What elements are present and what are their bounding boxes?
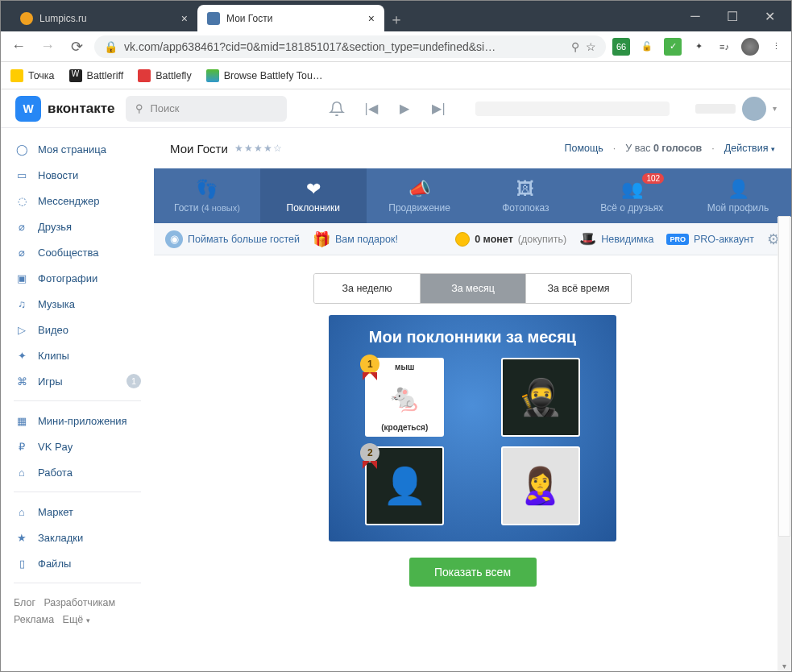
catch-guests-link[interactable]: ◉ Поймать больше гостей <box>165 230 300 248</box>
coins-link[interactable]: 0 монет (докупить) <box>455 232 566 247</box>
nav-label: Мессенджер <box>38 195 99 207</box>
favicon-icon <box>207 12 220 25</box>
nav-label: Файлы <box>38 558 71 570</box>
sidebar-item-other-2[interactable]: ▯Файлы <box>6 550 149 576</box>
nav-label: Маркет <box>38 506 73 518</box>
browser-tab-lumpics[interactable]: Lumpics.ru × <box>10 5 197 31</box>
user-menu[interactable]: ▾ <box>695 97 777 121</box>
period-btn-0[interactable]: За неделю <box>314 274 420 303</box>
back-button[interactable]: ← <box>7 35 30 58</box>
tab-icon: 👥 <box>621 178 643 201</box>
ext-icon[interactable]: 🔓 <box>638 38 656 56</box>
reload-button[interactable]: ⟳ <box>65 35 88 58</box>
nav-label: VK Pay <box>38 441 73 453</box>
scroll-thumb[interactable] <box>779 217 790 536</box>
sidebar-item-other-0[interactable]: ⌂Маркет <box>6 499 149 525</box>
browser-tab-guests[interactable]: Мои Гости × <box>197 5 384 31</box>
sidebar-item-main-2[interactable]: ◌Мессенджер <box>6 188 149 214</box>
sidebar-item-apps-1[interactable]: ₽VK Pay <box>6 433 149 459</box>
bookmark-label: Browse Battlefy Tou… <box>224 70 323 81</box>
actions-menu[interactable]: Действия ▾ <box>724 143 775 154</box>
extensions-icon[interactable]: ✦ <box>690 38 707 56</box>
nav-icon: ▣ <box>14 270 30 286</box>
footer-link[interactable]: Разработчикам <box>44 597 115 608</box>
help-link[interactable]: Помощь <box>565 143 603 154</box>
vertical-scrollbar[interactable]: ▴ ▾ <box>777 217 791 672</box>
sidebar-item-main-5[interactable]: ▣Фотографии <box>6 265 149 291</box>
gift-link[interactable]: 🎁 Вам подарок! <box>313 230 398 248</box>
invisible-label: Невидимка <box>601 234 653 245</box>
vk-logo-text: вконтакте <box>48 101 114 117</box>
separator <box>14 400 141 401</box>
sidebar-item-main-9[interactable]: ⌘Игры1 <box>6 368 149 394</box>
fan-item-3[interactable]: 2 👤 <box>365 446 444 525</box>
search-icon[interactable]: ⚲ <box>571 40 579 53</box>
app-tab-0[interactable]: 👣Гости (4 новых) <box>154 168 260 223</box>
address-bar[interactable]: 🔒 vk.com/app638461?cid=0&mid=181851017&s… <box>94 35 606 58</box>
sidebar-item-main-7[interactable]: ▷Видео <box>6 317 149 342</box>
window-maximize[interactable]: ☐ <box>714 1 751 31</box>
sidebar-item-apps-2[interactable]: ⌂Работа <box>6 459 149 485</box>
rating-stars-icon[interactable]: ★★★★☆ <box>234 143 283 154</box>
sidebar-item-main-6[interactable]: ♫Музыка <box>6 291 149 317</box>
menu-icon[interactable]: ⋮ <box>767 38 785 56</box>
nav-icon: ✦ <box>14 347 30 363</box>
window-minimize[interactable]: ─ <box>677 1 714 31</box>
notifications-icon[interactable] <box>326 97 348 120</box>
bookmarks-bar: Точка WBattleriff Battlefly Browse Battl… <box>1 62 791 89</box>
app-tabs: 👣Гости (4 новых)❤Поклонники📣Продвижение🖼… <box>154 168 791 223</box>
fans-title: Мои поклонники за месяц <box>342 328 603 346</box>
ext-icon[interactable]: ✓ <box>664 38 682 56</box>
reading-list-icon[interactable]: ≡♪ <box>715 38 733 56</box>
new-tab-button[interactable]: ＋ <box>384 7 408 31</box>
bookmark-battlefy[interactable]: Browse Battlefy Tou… <box>206 69 323 82</box>
bookmark-battleriff[interactable]: WBattleriff <box>69 69 124 82</box>
star-icon[interactable]: ☆ <box>586 40 596 53</box>
scroll-down-icon[interactable]: ▾ <box>777 659 791 672</box>
play-icon[interactable]: ▶ <box>393 97 416 120</box>
app-tab-4[interactable]: 102👥Всё о друзьях <box>578 168 685 223</box>
nav-icon: ⌂ <box>14 504 30 520</box>
fan-item-2[interactable]: 🥷 <box>501 358 580 437</box>
app-tab-1[interactable]: ❤Поклонники <box>260 168 367 223</box>
bookmark-battlefly[interactable]: Battlefly <box>138 69 191 82</box>
sidebar-item-apps-0[interactable]: ▦Мини-приложения <box>6 408 149 433</box>
sidebar-item-main-8[interactable]: ✦Клипы <box>6 342 149 368</box>
bookmark-tochka[interactable]: Точка <box>10 69 55 82</box>
nav-icon: ₽ <box>14 438 30 454</box>
app-tab-3[interactable]: 🖼Фотопоказ <box>472 168 578 223</box>
window-close[interactable]: ✕ <box>751 1 788 31</box>
fan-item-1[interactable]: 1 мыш 🐁 (кродеться) <box>365 358 444 437</box>
ext-badge-icon[interactable]: 66 <box>612 38 630 56</box>
forward-button[interactable]: → <box>36 35 59 58</box>
sidebar-item-main-4[interactable]: ⌀Сообщества <box>6 239 149 265</box>
show-all-button[interactable]: Показать всем <box>409 558 537 587</box>
close-icon[interactable]: × <box>181 12 188 25</box>
tab-title: Lumpics.ru <box>39 13 87 24</box>
period-btn-1[interactable]: За месяц <box>420 274 525 303</box>
vk-logo[interactable]: W вконтакте <box>15 96 114 122</box>
app-tab-5[interactable]: 👤Мой профиль <box>685 168 791 223</box>
sidebar-item-main-0[interactable]: ◯Моя страница <box>6 136 149 162</box>
pro-link[interactable]: PRO PRO-аккаунт <box>666 234 754 245</box>
track-title <box>475 102 670 116</box>
bookmark-label: Battlefly <box>155 70 191 81</box>
profile-avatar[interactable] <box>741 38 759 56</box>
app-tab-2[interactable]: 📣Продвижение <box>367 168 473 223</box>
sidebar-item-other-1[interactable]: ★Закладки <box>6 525 149 550</box>
search-input[interactable]: ⚲ Поиск <box>126 96 287 122</box>
avatar-icon: 🙎‍♀️ <box>518 465 562 507</box>
footer-link[interactable]: Блог <box>14 597 35 608</box>
invisible-link[interactable]: 🎩 Невидимка <box>579 230 653 247</box>
period-btn-2[interactable]: За всё время <box>525 274 631 303</box>
prev-track-icon[interactable]: |◀ <box>359 97 382 120</box>
app-content: Мои Гости ★★★★☆ Помощь · У вас 0 голосов… <box>154 128 791 672</box>
sidebar-item-main-3[interactable]: ⌀Друзья <box>6 214 149 239</box>
footer-link[interactable]: Ещё <box>63 614 84 625</box>
fan-item-4[interactable]: 🙎‍♀️ <box>501 446 580 525</box>
footer-link[interactable]: Реклама <box>14 614 54 625</box>
nav-icon: ⌘ <box>14 373 30 389</box>
next-track-icon[interactable]: ▶| <box>427 97 450 120</box>
sidebar-item-main-1[interactable]: ▭Новости <box>6 162 149 188</box>
close-icon[interactable]: × <box>368 12 375 25</box>
